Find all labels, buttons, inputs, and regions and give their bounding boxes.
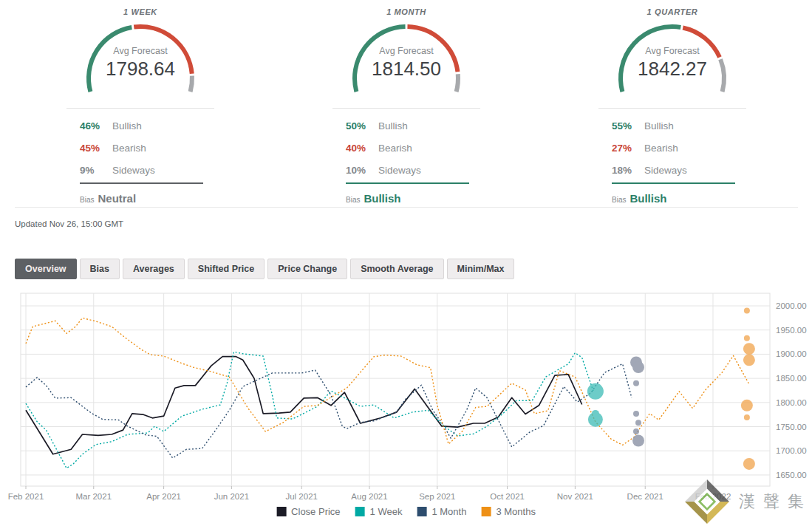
bullish-row: 50% Bullish bbox=[346, 115, 480, 137]
legend-label: Close Price bbox=[291, 506, 340, 517]
price-chart: 2000.001950.001900.001850.001800.001750.… bbox=[0, 288, 812, 526]
y-axis-tick-label: 1800.00 bbox=[776, 398, 807, 407]
avg-forecast-value: 1842.27 bbox=[613, 58, 731, 81]
y-axis-tick-label: 2000.00 bbox=[776, 301, 807, 310]
sentiment-rows: 50% Bullish 40% Bearish 10% Sideways bbox=[346, 115, 480, 181]
bullish-label: Bullish bbox=[112, 120, 142, 132]
updated-timestamp: Updated Nov 26, 15:00 GMT bbox=[15, 219, 123, 228]
bias-label: Bias bbox=[612, 196, 626, 204]
avg-forecast-value: 1798.64 bbox=[81, 58, 199, 81]
bearish-label: Bearish bbox=[112, 143, 146, 154]
bias-row: Bias Bullish bbox=[612, 192, 746, 205]
bias-label: Bias bbox=[346, 196, 360, 204]
bullish-row: 46% Bullish bbox=[80, 115, 214, 137]
forecast-dot bbox=[635, 420, 641, 426]
bias-value: Bullish bbox=[364, 192, 400, 205]
bias-underline bbox=[346, 182, 469, 184]
sideways-label: Sideways bbox=[378, 165, 421, 176]
x-axis-tick-label: Sep 2021 bbox=[419, 492, 455, 501]
sideways-label: Sideways bbox=[644, 165, 687, 176]
y-axis-tick-label: 1950.00 bbox=[776, 326, 807, 335]
chart-grid bbox=[21, 293, 770, 489]
bias-value: Bullish bbox=[630, 192, 666, 205]
sideways-pct: 9% bbox=[80, 165, 112, 176]
bias-underline bbox=[612, 182, 735, 184]
x-axis-tick-label: Mar 2021 bbox=[75, 492, 112, 501]
forecast-dot bbox=[743, 354, 755, 366]
forecast-dot bbox=[633, 411, 639, 417]
forecast-dot bbox=[743, 458, 755, 470]
gauge-1-quarter: Avg Forecast 1842.27 bbox=[613, 19, 731, 96]
forecast-dashboard: { "cards": [ { "period": "1 WEEK", "avg_… bbox=[0, 0, 812, 526]
bullish-row: 55% Bullish bbox=[612, 115, 746, 137]
legend-item-close-price[interactable]: Close Price bbox=[276, 506, 340, 517]
sideways-pct: 10% bbox=[346, 165, 378, 176]
sentiment-rows: 55% Bullish 27% Bearish 18% Sideways bbox=[612, 115, 746, 181]
chart-legend: Close Price1 Week1 Month3 Months bbox=[276, 506, 536, 517]
bearish-row: 40% Bearish bbox=[346, 137, 480, 159]
legend-label: 1 Month bbox=[431, 506, 466, 517]
bullish-pct: 46% bbox=[80, 120, 112, 132]
legend-item-1-week[interactable]: 1 Week bbox=[355, 506, 403, 517]
bullish-pct: 50% bbox=[346, 120, 378, 132]
y-axis-tick-label: 1850.00 bbox=[776, 374, 807, 383]
bullish-label: Bullish bbox=[378, 120, 408, 132]
legend-item-3-months[interactable]: 3 Months bbox=[481, 506, 535, 517]
sideways-label: Sideways bbox=[112, 165, 155, 176]
bearish-pct: 40% bbox=[346, 143, 378, 154]
bearish-label: Bearish bbox=[378, 143, 412, 154]
tab-price-change[interactable]: Price Change bbox=[267, 259, 347, 279]
forecast-dot bbox=[633, 380, 639, 386]
bias-row: Bias Bullish bbox=[346, 192, 480, 205]
legend-swatch-close-price bbox=[276, 507, 286, 516]
forecast-dot bbox=[633, 428, 639, 434]
bias-underline bbox=[80, 182, 203, 184]
x-axis-tick-label: Feb 2022 bbox=[695, 492, 731, 501]
tab-bias[interactable]: Bias bbox=[80, 259, 120, 279]
tab-averages[interactable]: Averages bbox=[123, 259, 185, 279]
y-axis-tick-label: 1750.00 bbox=[776, 423, 807, 431]
bearish-row: 27% Bearish bbox=[612, 137, 746, 159]
y-axis-tick-label: 1700.00 bbox=[776, 446, 807, 455]
chart-canvas[interactable]: 2000.001950.001900.001850.001800.001750.… bbox=[0, 288, 812, 526]
x-axis-tick-label: Nov 2021 bbox=[557, 492, 593, 501]
forecast-cards-section: 1 WEEK Avg Forecast 1798.64 46% Bullish … bbox=[0, 0, 812, 207]
tab-smooth-average[interactable]: Smooth Average bbox=[350, 259, 443, 279]
legend-item-1-month[interactable]: 1 Month bbox=[417, 506, 466, 517]
tab-minim-max[interactable]: Minim/Max bbox=[447, 259, 515, 279]
sentiment-rows: 46% Bullish 45% Bearish 9% Sideways bbox=[80, 115, 214, 181]
forecast-card-1-month: 1 MONTH Avg Forecast 1814.50 50% Bullish… bbox=[332, 0, 480, 205]
sideways-row: 9% Sideways bbox=[80, 159, 214, 181]
gauge-center-text: Avg Forecast 1798.64 bbox=[81, 46, 199, 81]
bias-row: Bias Neutral bbox=[80, 192, 214, 205]
forecast-card-1-quarter: 1 QUARTER Avg Forecast 1842.27 55% Bulli… bbox=[598, 0, 746, 205]
x-axis-tick-label: Dec 2021 bbox=[627, 492, 663, 501]
legend-swatch-1-week bbox=[355, 507, 365, 516]
tab-shifted-price[interactable]: Shifted Price bbox=[188, 259, 265, 279]
x-axis-tick-label: Apr 2021 bbox=[146, 492, 181, 501]
forecast-dot bbox=[632, 361, 644, 373]
legend-label: 1 Week bbox=[370, 506, 403, 517]
sideways-pct: 18% bbox=[612, 165, 644, 176]
legend-swatch-3-months bbox=[481, 507, 491, 516]
bullish-label: Bullish bbox=[644, 120, 674, 132]
legend-label: 3 Months bbox=[496, 506, 535, 517]
forecast-card-1-week: 1 WEEK Avg Forecast 1798.64 46% Bullish … bbox=[66, 0, 214, 205]
sideways-row: 18% Sideways bbox=[612, 159, 746, 181]
chart-tabs: OverviewBiasAveragesShifted PricePrice C… bbox=[15, 259, 514, 279]
forecast-dot bbox=[632, 435, 644, 447]
forecast-dot bbox=[592, 410, 599, 417]
x-axis-tick-label: Aug 2021 bbox=[351, 492, 387, 501]
y-axis-tick-label: 1650.00 bbox=[776, 471, 807, 479]
gauge-center-text: Avg Forecast 1814.50 bbox=[347, 46, 465, 81]
avg-forecast-value: 1814.50 bbox=[347, 58, 465, 81]
x-axis-tick-label: Jun 2021 bbox=[214, 492, 249, 501]
bearish-pct: 45% bbox=[80, 143, 112, 154]
card-period-title: 1 QUARTER bbox=[598, 7, 746, 16]
x-axis-tick-label: Jul 2021 bbox=[285, 492, 317, 501]
x-axis-tick-label: Oct 2021 bbox=[490, 492, 525, 501]
bearish-pct: 27% bbox=[612, 143, 644, 154]
tab-overview[interactable]: Overview bbox=[15, 259, 77, 279]
bearish-label: Bearish bbox=[644, 143, 678, 154]
forecast-dot bbox=[744, 335, 750, 341]
